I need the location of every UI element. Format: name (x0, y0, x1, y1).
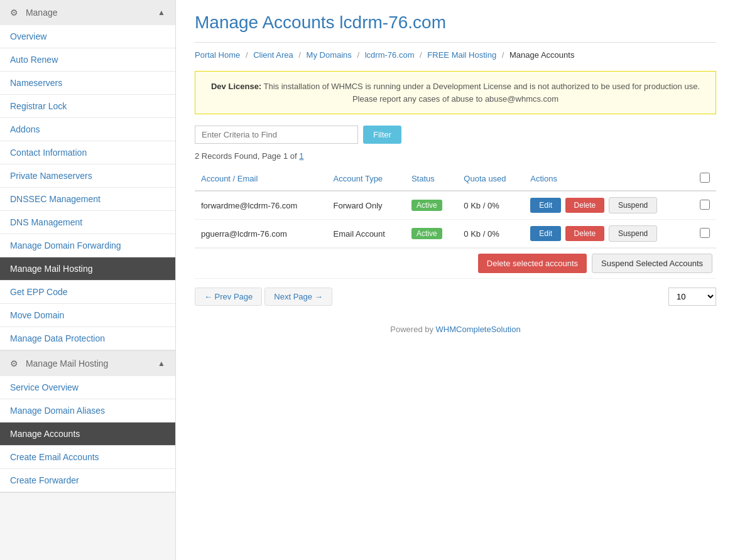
suspend-selected-button[interactable]: Suspend Selected Accounts (592, 254, 712, 273)
sidebar-manage-items: Overview Auto Renew Nameservers Registra… (0, 25, 175, 350)
delete-selected-button[interactable]: Delete selected accounts (478, 254, 587, 273)
search-input[interactable] (195, 126, 358, 144)
sidebar-mailhosting-section: ⚙ Manage Mail Hosting ▲ Service Overview… (0, 351, 175, 493)
dev-notice-message: This installation of WHMCS is running un… (261, 82, 700, 104)
th-actions: Actions (524, 167, 694, 191)
sidebar-manage-section: ⚙ Manage ▲ Overview Auto Renew Nameserve… (0, 0, 175, 351)
sidebar-mailhosting-title: Manage Mail Hosting (26, 358, 109, 369)
cell-check-1 (694, 191, 716, 220)
breadcrumb-sep-1: / (246, 50, 248, 60)
dev-license-prefix: Dev License: (211, 82, 261, 91)
breadcrumb-sep-2: / (298, 50, 301, 60)
pagination-buttons: ← Prev Page Next Page → (195, 288, 332, 306)
prev-page-button[interactable]: ← Prev Page (195, 288, 262, 306)
breadcrumb-sep-4: / (420, 50, 422, 60)
per-page-container: 10 25 50 100 (668, 288, 716, 306)
total-pages-link[interactable]: 1 (299, 151, 303, 161)
breadcrumb-portal-home[interactable]: Portal Home (195, 50, 240, 60)
bulk-actions-cell: Delete selected accounts Suspend Selecte… (195, 248, 716, 279)
records-info: 2 Records Found, Page 1 of 1 (195, 151, 716, 161)
table-header-row: Account / Email Account Type Status Quot… (195, 167, 716, 191)
row-checkbox-2[interactable] (700, 228, 710, 238)
edit-button-2[interactable]: Edit (530, 226, 561, 241)
th-quota: Quota used (457, 167, 524, 191)
cell-email-2: pguerra@lcdrm-76.com (195, 220, 327, 248)
sidebar-item-dnssec[interactable]: DNSSEC Management (0, 188, 175, 211)
delete-button-2[interactable]: Delete (565, 226, 605, 241)
th-account-type: Account Type (327, 167, 405, 191)
bulk-actions: Delete selected accounts Suspend Selecte… (195, 248, 716, 278)
pagination-row: ← Prev Page Next Page → 10 25 50 100 (195, 288, 716, 306)
footer-text: Powered by (390, 325, 435, 334)
cell-quota-1: 0 Kb / 0% (457, 191, 524, 220)
cell-status-2: Active (405, 220, 457, 248)
sidebar-item-privatenameservers[interactable]: Private Nameservers (0, 164, 175, 188)
sidebar-item-contactinfo[interactable]: Contact Information (0, 141, 175, 164)
chevron-up-icon-2: ▲ (158, 359, 165, 368)
sidebar-item-dataprotection[interactable]: Manage Data Protection (0, 327, 175, 350)
breadcrumb-current: Manage Accounts (509, 50, 574, 60)
cell-status-1: Active (405, 191, 457, 220)
breadcrumb-my-domains[interactable]: My Domains (307, 50, 352, 60)
status-badge-2: Active (411, 228, 442, 239)
footer-link[interactable]: WHMCompleteSolution (436, 325, 521, 334)
th-select-all (694, 167, 716, 191)
th-account-email: Account / Email (195, 167, 327, 191)
delete-button-1[interactable]: Delete (565, 198, 605, 213)
cell-check-2 (694, 220, 716, 248)
th-status: Status (405, 167, 457, 191)
status-badge-1: Active (411, 200, 442, 211)
breadcrumb-sep-3: / (357, 50, 359, 60)
suspend-button-2[interactable]: Suspend (609, 225, 657, 242)
sidebar-item-registrarlock[interactable]: Registrar Lock (0, 95, 175, 118)
cell-type-2: Email Account (327, 220, 405, 248)
sidebar-item-manageaccounts[interactable]: Manage Accounts (0, 423, 175, 446)
table-row: forwardme@lcdrm-76.com Forward Only Acti… (195, 191, 716, 220)
breadcrumb-domain[interactable]: lcdrm-76.com (365, 50, 415, 60)
sidebar-item-dnsmanagement[interactable]: DNS Management (0, 211, 175, 234)
sidebar-item-eppcode[interactable]: Get EPP Code (0, 281, 175, 304)
sidebar-mailhosting-header: ⚙ Manage Mail Hosting ▲ (0, 351, 175, 376)
breadcrumb: Portal Home / Client Area / My Domains /… (195, 50, 716, 60)
sidebar-item-createemailaccounts[interactable]: Create Email Accounts (0, 446, 175, 469)
sidebar-item-domainaliases[interactable]: Manage Domain Aliases (0, 399, 175, 423)
sidebar-item-addons[interactable]: Addons (0, 118, 175, 141)
bulk-actions-row: Delete selected accounts Suspend Selecte… (195, 248, 716, 279)
row-checkbox-1[interactable] (700, 200, 710, 210)
cell-quota-2: 0 Kb / 0% (457, 220, 524, 248)
gear-icon: ⚙ (10, 8, 18, 18)
footer: Powered by WHMCompleteSolution (195, 325, 716, 334)
breadcrumb-client-area[interactable]: Client Area (253, 50, 293, 60)
accounts-table: Account / Email Account Type Status Quot… (195, 167, 716, 279)
page-title: Manage Accounts lcdrm-76.com (195, 13, 716, 43)
sidebar-manage-header: ⚙ Manage ▲ (0, 0, 175, 25)
sidebar-item-movedomain[interactable]: Move Domain (0, 304, 175, 327)
suspend-button-1[interactable]: Suspend (609, 197, 657, 213)
cell-actions-2: Edit Delete Suspend (524, 220, 694, 248)
main-content: Manage Accounts lcdrm-76.com Portal Home… (176, 0, 735, 560)
next-page-button[interactable]: Next Page → (264, 288, 332, 306)
edit-button-1[interactable]: Edit (530, 198, 561, 213)
sidebar-item-mailhosting[interactable]: Manage Mail Hosting (0, 257, 175, 281)
breadcrumb-mail-hosting[interactable]: FREE Mail Hosting (427, 50, 496, 60)
sidebar-item-autorenew[interactable]: Auto Renew (0, 48, 175, 72)
sidebar-mailhosting-items: Service Overview Manage Domain Aliases M… (0, 376, 175, 492)
per-page-select[interactable]: 10 25 50 100 (668, 288, 716, 306)
cell-type-1: Forward Only (327, 191, 405, 220)
gear-icon-2: ⚙ (10, 358, 18, 369)
cell-actions-1: Edit Delete Suspend (524, 191, 694, 220)
filter-bar: Filter (195, 126, 716, 144)
sidebar-item-serviceoverview[interactable]: Service Overview (0, 376, 175, 399)
chevron-up-icon: ▲ (158, 8, 165, 17)
sidebar-item-domainforwarding[interactable]: Manage Domain Forwarding (0, 234, 175, 257)
breadcrumb-sep-5: / (502, 50, 504, 60)
sidebar-item-createforwarder[interactable]: Create Forwarder (0, 469, 175, 492)
sidebar: ⚙ Manage ▲ Overview Auto Renew Nameserve… (0, 0, 176, 560)
sidebar-item-overview[interactable]: Overview (0, 25, 175, 48)
sidebar-manage-title: Manage (26, 8, 58, 18)
cell-email-1: forwardme@lcdrm-76.com (195, 191, 327, 220)
records-text: 2 Records Found, Page 1 of (195, 151, 299, 161)
select-all-checkbox[interactable] (700, 173, 710, 183)
filter-button[interactable]: Filter (363, 126, 401, 144)
sidebar-item-nameservers[interactable]: Nameservers (0, 72, 175, 95)
